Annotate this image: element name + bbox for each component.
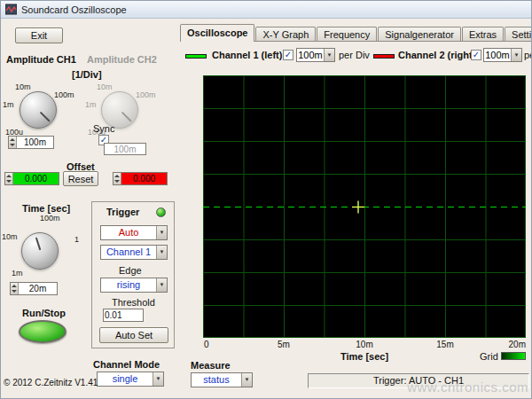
offset-ch2-spinner[interactable] [113, 173, 121, 184]
amp-ch1-value-input[interactable] [17, 137, 53, 148]
time-tick-1: 1 [74, 235, 79, 244]
trigger-mode-value: Auto [101, 226, 156, 239]
window-title: Soundcard Oszilloscope [21, 4, 127, 15]
ch1-scale-dropdown[interactable]: 100m ▼ [296, 48, 335, 62]
channel-mode-label: Channel Mode [93, 359, 160, 370]
run-stop-button[interactable] [19, 320, 66, 343]
ch2-color-swatch [373, 54, 395, 59]
measure-label: Measure [191, 360, 231, 371]
measure-value: status [192, 373, 241, 387]
ch2-visible-checkbox[interactable]: ✓ [471, 50, 481, 60]
trigger-source-dropdown[interactable]: Channel 1 ▼ [100, 245, 168, 260]
dropdown-arrow-icon[interactable]: ▼ [156, 278, 167, 292]
offset-ch1-spinner[interactable] [5, 173, 13, 184]
watermark-text: www.cntronics.com [407, 379, 528, 395]
time-label: Time [sec] [22, 203, 70, 214]
ch1-legend-label: Channel 1 (left) [212, 50, 282, 60]
app-icon [5, 4, 17, 15]
time-value-field[interactable] [10, 282, 58, 295]
time-knob-pointer [35, 238, 42, 251]
offset-ch2-input[interactable] [121, 173, 167, 184]
offset-ch2-field[interactable] [113, 172, 168, 185]
amp-ch2-knob-pointer [121, 112, 132, 122]
sync-label: Sync [93, 123, 114, 134]
ch1-color-swatch [185, 54, 207, 59]
trigger-edge-label: Edge [119, 265, 142, 276]
ch1-scale-value: 100m [297, 49, 324, 61]
amp-ch1-value-field[interactable] [8, 136, 54, 149]
tab-frequency[interactable]: Frequency [317, 27, 377, 42]
copyright-text: © 2012 C.Zeitnitz V1.41 [4, 378, 98, 387]
trigger-edge-dropdown[interactable]: rising ▼ [100, 278, 168, 293]
trigger-threshold-field[interactable] [103, 309, 144, 322]
ch2-per-div-label: per Div [524, 50, 532, 60]
channel-mode-value: single [98, 372, 153, 386]
dropdown-arrow-icon[interactable]: ▼ [241, 373, 252, 387]
trigger-led [156, 207, 166, 217]
x-tick-0: 0 [204, 340, 209, 349]
x-tick-15m: 15m [436, 340, 453, 349]
amp-ch2-value-input [105, 144, 145, 154]
dropdown-arrow-icon[interactable]: ▼ [324, 49, 334, 61]
amp-ch1-spinner[interactable] [9, 137, 17, 148]
ch2-scale-value: 100m [484, 49, 511, 61]
time-tick-10m: 10m [2, 232, 18, 241]
ch2-scale-dropdown[interactable]: 100m ▼ [483, 48, 522, 62]
grid-label: Grid [480, 351, 498, 362]
trigger-group: Trigger Auto ▼ Channel 1 ▼ Edge rising ▼… [91, 201, 175, 348]
ch1-per-div-label: per Div [339, 50, 370, 60]
auto-set-button[interactable]: Auto Set [99, 327, 168, 343]
time-spinner[interactable] [11, 283, 19, 294]
scope-display[interactable] [203, 75, 526, 338]
time-tick-100m: 100m [40, 214, 60, 223]
amplitude-ch2-label: Amplitude CH2 [87, 54, 157, 65]
app-window: Soundcard Oszilloscope Exit Amplitude CH… [0, 0, 532, 399]
trigger-cursor [352, 201, 364, 214]
time-knob[interactable] [21, 232, 59, 270]
tab-signalgenerator[interactable]: Signalgenerator [378, 27, 461, 42]
ch1-visible-checkbox[interactable]: ✓ [283, 50, 293, 60]
amp-ch2-tick-100m: 100m [136, 90, 156, 99]
dropdown-arrow-icon[interactable]: ▼ [156, 226, 167, 239]
run-stop-label: Run/Stop [22, 308, 66, 318]
channel-mode-dropdown[interactable]: single ▼ [97, 372, 164, 387]
tab-extras[interactable]: Extras [462, 27, 504, 42]
trigger-threshold-input[interactable] [104, 309, 143, 321]
x-axis-label: Time [sec] [340, 351, 388, 362]
trigger-source-value: Channel 1 [101, 246, 156, 259]
offset-ch1-field[interactable] [4, 172, 59, 185]
trigger-threshold-label: Threshold [112, 297, 155, 308]
amp-ch1-knob[interactable] [20, 91, 57, 129]
exit-button[interactable]: Exit [15, 27, 63, 43]
tab-oscilloscope[interactable]: Oscilloscope [180, 24, 254, 42]
trigger-title: Trigger [106, 207, 139, 217]
dropdown-arrow-icon[interactable]: ▼ [153, 372, 163, 386]
measure-dropdown[interactable]: status ▼ [191, 372, 253, 387]
grid-intensity-slider[interactable] [501, 352, 526, 360]
amp-ch1-knob-pointer [40, 112, 51, 122]
tab-settings[interactable]: Settings [505, 27, 532, 42]
per-div-unit-label: [1/Div] [72, 69, 102, 80]
tab-xy-graph[interactable]: X-Y Graph [255, 27, 316, 42]
scope-grid [203, 75, 526, 338]
time-value-input[interactable] [19, 283, 57, 294]
amp-ch2-tick-1m: 1m [85, 100, 97, 109]
time-tick-1m: 1m [12, 269, 23, 278]
offset-ch1-input[interactable] [13, 173, 59, 184]
amp-ch1-tick-1m: 1m [3, 100, 14, 109]
ch2-legend-label: Channel 2 (right) [398, 50, 475, 60]
x-tick-20m: 20m [509, 340, 526, 349]
x-tick-5m: 5m [278, 340, 290, 349]
amp-ch1-tick-100m: 100m [54, 90, 74, 99]
trigger-edge-value: rising [101, 278, 156, 292]
amp-ch2-value-field [104, 143, 146, 155]
title-bar[interactable]: Soundcard Oszilloscope [1, 1, 531, 19]
amp-ch1-tick-10m: 10m [15, 82, 31, 91]
trigger-mode-dropdown[interactable]: Auto ▼ [100, 225, 168, 240]
amp-ch2-tick-10m: 10m [97, 82, 113, 91]
dropdown-arrow-icon[interactable]: ▼ [511, 49, 521, 61]
tab-bar: Oscilloscope X-Y Graph Frequency Signalg… [180, 24, 532, 42]
dropdown-arrow-icon[interactable]: ▼ [156, 246, 167, 259]
x-tick-10m: 10m [356, 340, 372, 349]
offset-reset-button[interactable]: Reset [63, 171, 98, 186]
